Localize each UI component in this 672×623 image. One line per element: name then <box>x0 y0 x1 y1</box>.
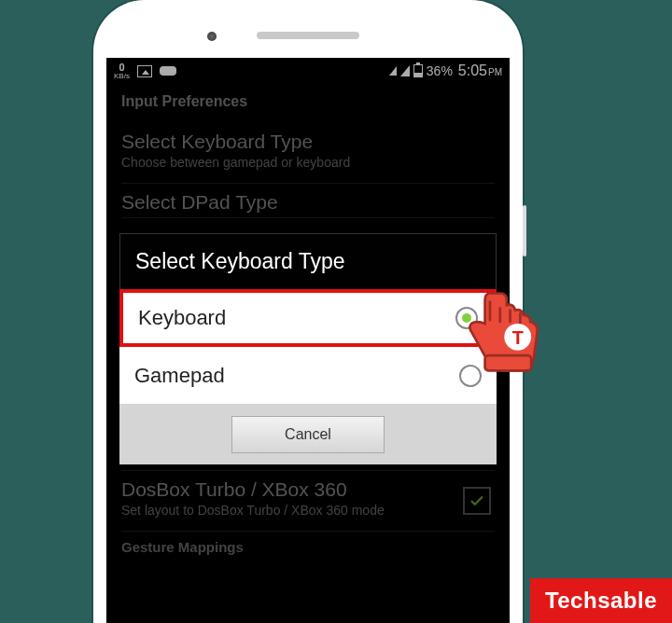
phone-sensor <box>207 32 217 41</box>
option-gamepad[interactable]: Gamepad <box>119 347 497 405</box>
pointer-hand-annotation: T <box>465 284 549 378</box>
dialog-title: Select Keyboard Type <box>119 233 497 289</box>
phone-earpiece <box>257 32 359 39</box>
svg-rect-0 <box>485 355 532 370</box>
watermark-techsable: Techsable <box>530 578 672 623</box>
option-label: Keyboard <box>138 306 226 330</box>
dialog-footer: Cancel <box>119 405 497 464</box>
cancel-button[interactable]: Cancel <box>231 416 385 453</box>
option-keyboard[interactable]: Keyboard <box>119 289 497 347</box>
svg-text:T: T <box>512 327 524 348</box>
select-keyboard-type-dialog: Select Keyboard Type Keyboard Gamepad Ca… <box>119 233 497 464</box>
phone-side-button <box>523 205 526 256</box>
option-label: Gamepad <box>134 364 225 388</box>
